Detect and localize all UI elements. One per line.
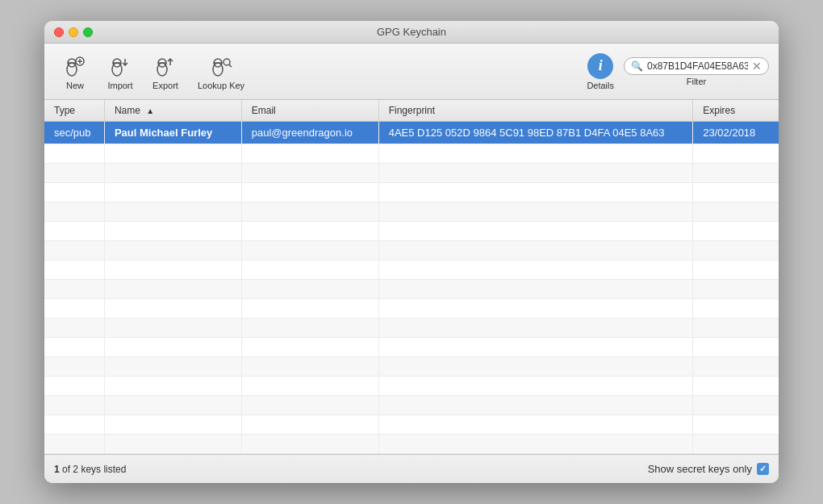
svg-line-16 <box>229 65 232 67</box>
table-row-empty <box>44 396 779 415</box>
new-label: New <box>66 81 84 90</box>
import-icon <box>107 53 133 79</box>
details-label: Details <box>587 81 614 90</box>
traffic-lights <box>54 27 93 37</box>
table-row-empty <box>44 338 779 357</box>
table-row-empty <box>44 144 779 164</box>
minimize-button[interactable] <box>69 27 78 37</box>
col-header-type[interactable]: Type <box>44 100 104 122</box>
table-row-empty <box>44 280 779 299</box>
export-button[interactable]: Export <box>144 50 186 94</box>
cell-fingerprint: 4AE5 D125 052D 9864 5C91 98ED 87B1 D4FA … <box>378 122 693 144</box>
toolbar-buttons: New Import <box>54 50 587 94</box>
new-button[interactable]: New <box>54 50 96 94</box>
export-label: Export <box>152 81 178 90</box>
cell-name: Paul Michael Furley <box>104 122 241 144</box>
key-table-container: Type Name ▲ Email Fingerprint Expires <box>44 100 779 454</box>
col-header-fingerprint[interactable]: Fingerprint <box>378 100 693 122</box>
statusbar: 1 of 2 keys listed Show secret keys only <box>44 454 779 483</box>
details-button[interactable]: i Details <box>587 53 614 90</box>
table-row-empty <box>44 241 779 260</box>
cell-email: paul@greendragon.io <box>241 122 378 144</box>
search-box: 🔍 ✕ <box>624 57 769 75</box>
export-icon <box>152 53 178 79</box>
show-secret-keys-checkbox[interactable] <box>757 463 769 475</box>
search-container: 🔍 ✕ Filter <box>624 57 769 86</box>
table-header-row: Type Name ▲ Email Fingerprint Expires <box>44 100 779 122</box>
maximize-button[interactable] <box>83 27 93 37</box>
table-row-empty <box>44 415 779 435</box>
show-secret-keys-container: Show secret keys only <box>648 463 769 475</box>
close-button[interactable] <box>54 27 64 37</box>
cell-type: sec/pub <box>44 122 104 144</box>
keys-count: 1 <box>54 464 60 475</box>
table-row-empty <box>44 164 779 183</box>
table-row[interactable]: sec/pub Paul Michael Furley paul@greendr… <box>44 122 779 144</box>
col-header-expires[interactable]: Expires <box>693 100 779 122</box>
table-row-empty <box>44 435 779 454</box>
svg-point-15 <box>224 59 230 65</box>
show-secret-keys-label: Show secret keys only <box>648 463 752 475</box>
window-title: GPG Keychain <box>377 26 446 38</box>
keys-total-text: of 2 keys listed <box>62 464 126 475</box>
search-icon: 🔍 <box>631 60 643 72</box>
new-icon <box>62 53 88 79</box>
cell-expires: 23/02/2018 <box>693 122 779 144</box>
table-row-empty <box>44 202 779 222</box>
key-table: Type Name ▲ Email Fingerprint Expires <box>44 100 779 454</box>
import-label: Import <box>107 81 132 90</box>
sort-arrow-icon: ▲ <box>146 106 154 115</box>
main-window: GPG Keychain New <box>44 21 779 483</box>
status-text: 1 of 2 keys listed <box>54 464 126 475</box>
col-header-email[interactable]: Email <box>241 100 378 122</box>
import-button[interactable]: Import <box>99 50 141 94</box>
table-row-empty <box>44 222 779 241</box>
search-input[interactable] <box>647 60 748 72</box>
table-row-empty <box>44 183 779 202</box>
table-row-empty <box>44 377 779 396</box>
titlebar: GPG Keychain <box>44 21 779 44</box>
lookup-key-button[interactable]: Lookup Key <box>190 50 253 94</box>
lookup-key-icon <box>208 53 234 79</box>
table-row-empty <box>44 260 779 280</box>
toolbar: New Import <box>44 44 779 100</box>
lookup-key-label: Lookup Key <box>198 81 244 90</box>
details-icon: i <box>587 53 613 79</box>
table-row-empty <box>44 357 779 377</box>
filter-label: Filter <box>624 77 769 86</box>
table-row-empty <box>44 299 779 319</box>
col-header-name[interactable]: Name ▲ <box>104 100 241 122</box>
table-row-empty <box>44 319 779 338</box>
search-clear-icon[interactable]: ✕ <box>752 60 762 72</box>
toolbar-right: i Details 🔍 ✕ Filter <box>587 53 769 90</box>
